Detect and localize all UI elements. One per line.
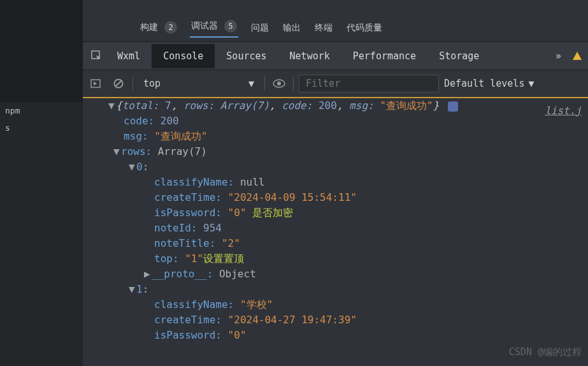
devtools-tab-network[interactable]: Network [278,44,341,68]
tab-debugger[interactable]: 调试器 5 [190,16,238,38]
tab-quality[interactable]: 代码质量 [345,18,384,38]
left-sidebar: npm s [0,0,83,366]
sidebar-item-s[interactable]: s [0,119,83,136]
context-selector[interactable]: top ▼ [138,76,259,91]
watermark: CSDN @编的过程 [509,344,582,360]
prop-code: code: 200 [83,113,588,129]
tab-debugger-badge: 5 [224,20,237,33]
annotation-encrypt: 是否加密 [252,207,293,219]
prop-msg: msg: "查询成功" [83,129,588,144]
array-item-1[interactable]: ▼1: [83,282,588,297]
levels-label: Default levels [444,78,524,89]
prop-noteTitle: noteTitle: "2" [83,236,588,251]
devtools-tab-console[interactable]: Console [152,44,215,68]
prop-createTime: createTime: "2024-04-09 15:54:11" [83,190,588,205]
prop-noteId: noteId: 954 [83,221,588,236]
warning-icon[interactable] [571,50,583,62]
live-expression-icon[interactable] [270,75,288,92]
toggle-sidebar-icon[interactable] [87,75,104,92]
devtools-tab-wxml[interactable]: Wxml [106,44,152,68]
prop-isPassword: isPassword: "0" 是否加密 [83,205,588,221]
tab-issues[interactable]: 问题 [250,18,270,38]
devtools-more-icon[interactable]: » [552,44,565,68]
svg-point-5 [277,82,281,85]
console-toolbar: top ▼ Default levels ▼ [83,70,588,98]
devtools-tab-sources[interactable]: Sources [215,44,278,68]
source-link[interactable]: list.j [545,103,582,119]
tab-terminal[interactable]: 终端 [313,18,334,38]
prop-rows[interactable]: ▼rows: Array(7) [83,144,588,159]
tab-build-label: 构建 [140,22,158,33]
tab-output[interactable]: 输出 [282,18,302,38]
annotation-pin: 设置置顶 [203,253,244,265]
prop-proto[interactable]: ▶__proto__: Object [83,267,588,282]
console-output: list.j ▼{total: 7, rows: Array(7), code:… [83,98,588,366]
prop-top: top: "1"设置置顶 [83,251,588,267]
devtools-tab-storage[interactable]: Storage [427,44,491,68]
clear-console-icon[interactable] [110,75,127,92]
chevron-down-icon: ▼ [528,78,534,89]
array-item-0[interactable]: ▼0: [83,159,588,175]
main-panel: 构建 2 调试器 5 问题 输出 终端 代码质量 Wxml Console So… [83,0,588,366]
inspect-icon[interactable] [88,47,106,65]
devtools-tabbar: Wxml Console Sources Network Performance… [83,42,588,70]
prop-classifyName-1: classifyName: "学校" [83,297,588,312]
log-summary-row[interactable]: ▼{total: 7, rows: Array(7), code: 200, m… [83,98,588,113]
prop-classifyName: classifyName: null [83,175,588,190]
tab-build[interactable]: 构建 2 [139,17,178,38]
sidebar-item-npm[interactable]: npm [0,102,83,119]
devtools-tab-performance[interactable]: Performance [341,44,427,68]
panel-tabs: 构建 2 调试器 5 问题 输出 终端 代码质量 [83,0,588,42]
context-value: top [143,78,161,89]
prop-createTime-1: createTime: "2024-04-27 19:47:39" [83,312,588,328]
info-badge-icon [448,101,458,112]
prop-isPassword-1: isPassword: "0" [83,328,588,343]
levels-selector[interactable]: Default levels ▼ [444,78,534,89]
chevron-down-icon: ▼ [248,78,254,89]
tab-debugger-label: 调试器 [191,20,218,32]
svg-line-3 [115,80,122,87]
filter-input[interactable] [299,75,439,92]
tab-build-badge: 2 [164,21,177,34]
